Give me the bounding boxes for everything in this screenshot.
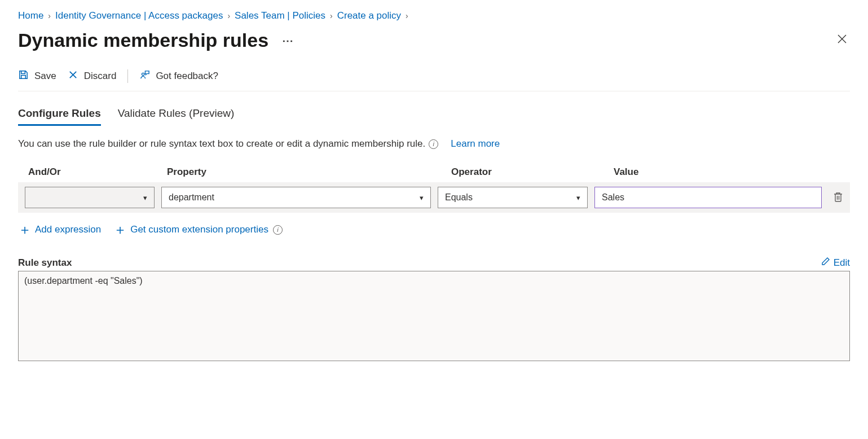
rule-syntax-box: (user.department -eq "Sales") <box>18 271 850 361</box>
learn-more-link[interactable]: Learn more <box>451 138 500 150</box>
chevron-right-icon: › <box>330 11 333 20</box>
breadcrumb-create-policy[interactable]: Create a policy <box>337 10 401 21</box>
description-row: You can use the rule builder or rule syn… <box>18 138 850 150</box>
andor-select[interactable]: ▾ <box>25 187 155 208</box>
rule-syntax-header: Rule syntax Edit <box>18 257 850 269</box>
discard-button[interactable]: Discard <box>68 69 117 83</box>
add-expression-label: Add expression <box>35 224 101 235</box>
plus-icon: ＋ <box>113 223 127 236</box>
col-operator: Operator <box>451 166 605 178</box>
breadcrumb: Home › Identity Governance | Access pack… <box>18 10 850 21</box>
chevron-right-icon: › <box>406 11 408 20</box>
discard-label: Discard <box>84 71 117 82</box>
chevron-down-icon: ▾ <box>143 194 147 202</box>
info-icon[interactable]: i <box>273 225 283 235</box>
value-text: Sales <box>602 192 624 203</box>
col-andor: And/Or <box>28 166 158 178</box>
person-feedback-icon <box>139 69 150 83</box>
operator-select[interactable]: Equals ▾ <box>438 187 588 208</box>
breadcrumb-home[interactable]: Home <box>18 10 43 21</box>
chevron-right-icon: › <box>227 11 230 20</box>
get-custom-extension-label: Get custom extension properties <box>130 224 268 235</box>
info-icon[interactable]: i <box>429 139 438 149</box>
tab-configure-rules[interactable]: Configure Rules <box>18 107 101 126</box>
command-bar: Save Discard Got feedback? <box>18 69 850 91</box>
add-expression-button[interactable]: ＋ Add expression <box>18 223 101 236</box>
svg-point-0 <box>142 73 144 75</box>
toolbar-divider <box>127 69 128 83</box>
chevron-right-icon: › <box>48 11 51 20</box>
tab-validate-rules[interactable]: Validate Rules (Preview) <box>118 107 235 126</box>
delete-rule-button[interactable] <box>833 191 843 204</box>
feedback-label: Got feedback? <box>156 71 218 82</box>
breadcrumb-sales-team[interactable]: Sales Team | Policies <box>235 10 325 21</box>
rule-row: ▾ department ▾ Equals ▾ Sales <box>18 182 850 213</box>
page-title-text: Dynamic membership rules <box>18 29 268 51</box>
breadcrumb-identity-governance[interactable]: Identity Governance | Access packages <box>55 10 223 21</box>
edit-label: Edit <box>834 257 850 269</box>
get-custom-extension-button[interactable]: ＋ Get custom extension properties <box>113 223 268 236</box>
feedback-button[interactable]: Got feedback? <box>139 69 218 83</box>
chevron-down-icon: ▾ <box>420 194 424 202</box>
more-actions-icon[interactable]: ⋯ <box>282 34 294 47</box>
edit-icon <box>821 257 830 269</box>
rule-syntax-text: (user.department -eq "Sales") <box>24 276 143 286</box>
close-icon[interactable] <box>834 31 850 50</box>
col-value: Value <box>614 166 848 178</box>
rule-syntax-label: Rule syntax <box>18 257 72 269</box>
save-icon <box>18 69 29 83</box>
property-select[interactable]: department ▾ <box>161 187 431 208</box>
save-button[interactable]: Save <box>18 69 56 83</box>
page-title: Dynamic membership rules ⋯ <box>18 29 294 51</box>
edit-syntax-button[interactable]: Edit <box>821 257 850 269</box>
col-property: Property <box>167 166 442 178</box>
tab-bar: Configure Rules Validate Rules (Preview) <box>18 107 850 126</box>
description-text: You can use the rule builder or rule syn… <box>18 138 425 150</box>
property-value: department <box>169 192 214 203</box>
close-icon <box>68 69 78 83</box>
chevron-down-icon: ▾ <box>576 194 580 202</box>
operator-value: Equals <box>445 192 473 203</box>
plus-icon: ＋ <box>18 223 32 236</box>
link-actions: ＋ Add expression ＋ Get custom extension … <box>18 223 850 236</box>
save-label: Save <box>34 71 56 82</box>
rule-columns-header: And/Or Property Operator Value <box>18 166 850 182</box>
value-input[interactable]: Sales <box>594 187 822 208</box>
